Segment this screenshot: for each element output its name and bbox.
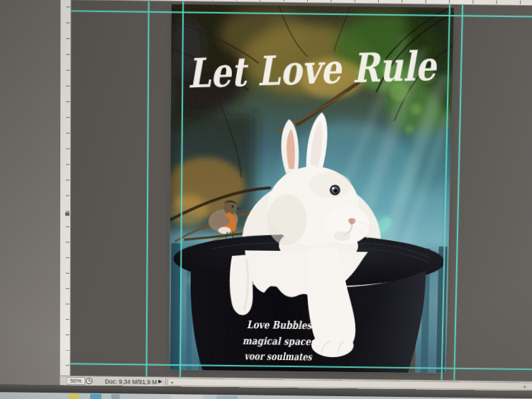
scrollbar-left-arrow-icon[interactable]: ◂	[170, 381, 174, 386]
taskbar-icon[interactable]	[171, 395, 204, 399]
app-window: Love Bubbles magical spaces voor soulmat…	[0, 0, 532, 399]
taskbar-icon[interactable]	[216, 395, 238, 399]
taskbar-icon[interactable]	[69, 393, 79, 399]
zoom-level-field[interactable]: 50%	[67, 377, 86, 385]
canvas-area[interactable]: Love Bubbles magical spaces voor soulmat…	[70, 0, 532, 381]
vertical-ruler[interactable]	[60, 0, 72, 386]
taskbar-icon[interactable]	[90, 394, 101, 399]
doc-size-label: Doc: 9,34 M/91,9 M	[101, 378, 161, 386]
workspace-left-panel	[0, 0, 60, 385]
guide-vertical[interactable]	[145, 1, 149, 376]
guide-vertical[interactable]	[453, 5, 463, 381]
status-bar-divider	[165, 378, 166, 386]
vertical-ruler-ticks	[66, 0, 70, 383]
ruler-marker	[65, 213, 70, 216]
taskbar-icon[interactable]	[111, 394, 120, 399]
guide-vertical[interactable]	[441, 5, 450, 381]
guide-horizontal[interactable]	[71, 363, 532, 370]
guide-vertical[interactable]	[179, 1, 184, 377]
screen-photo: Love Bubbles magical spaces voor soulmat…	[0, 0, 532, 399]
scrollbar-right-arrow-icon[interactable]: ▸	[523, 385, 527, 390]
status-menu-arrow-button[interactable]: ▶	[158, 378, 162, 384]
guides-layer	[70, 0, 532, 381]
